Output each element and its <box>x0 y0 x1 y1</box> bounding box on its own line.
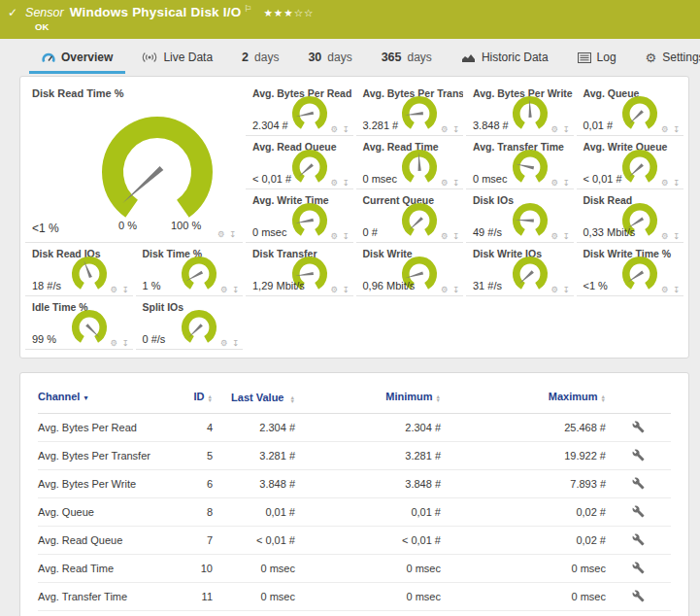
pin-icon[interactable]: ↧ <box>342 124 350 134</box>
gear-icon[interactable]: ⚙ <box>661 178 670 188</box>
pin-icon[interactable]: ↧ <box>121 285 129 294</box>
gauge-tile: Disk Read 0,33 Mbit/s ⚙ ↧ <box>577 189 684 243</box>
tab-log[interactable]: Log <box>563 39 631 76</box>
channel-maximum: 0 msec <box>441 591 606 602</box>
edit-channel-wrench-icon[interactable] <box>632 477 645 490</box>
pin-icon[interactable]: ↧ <box>232 338 240 348</box>
pin-icon[interactable]: ↧ <box>562 231 570 241</box>
pin-icon[interactable]: ↧ <box>342 285 350 294</box>
channel-last-value: 0 msec <box>213 562 295 576</box>
pin-icon[interactable]: ↧ <box>342 178 350 188</box>
gauge-value: 3.281 # <box>363 120 399 131</box>
gauge-dial <box>399 202 440 239</box>
gear-icon[interactable]: ⚙ <box>217 229 226 239</box>
gear-icon[interactable]: ⚙ <box>661 124 670 134</box>
pin-icon[interactable]: ↧ <box>673 124 681 134</box>
gauge-value: <1 % <box>583 280 608 291</box>
column-header-channel[interactable]: Channel▾ <box>38 391 179 402</box>
tab-settings[interactable]: ⚙ Settings <box>631 39 700 76</box>
gauge-value: 0 # <box>363 226 378 238</box>
column-header-last-value[interactable]: Last Value ▲▼ <box>213 391 295 405</box>
table-row: Avg. Bytes Per Read 4 2.304 # 2.304 # 25… <box>38 414 671 442</box>
gauge-tile: Avg. Read Queue < 0,01 # ⚙ ↧ <box>246 136 353 189</box>
column-header-minimum[interactable]: Minimum▲▼ <box>295 391 441 402</box>
pin-icon[interactable]: ↧ <box>229 229 237 239</box>
gear-icon[interactable]: ⚙ <box>441 285 450 294</box>
tab-overview[interactable]: Overview <box>27 39 127 76</box>
pin-icon[interactable]: ↧ <box>452 231 460 241</box>
channel-maximum: 19.922 # <box>441 450 606 462</box>
edit-channel-wrench-icon[interactable] <box>632 533 645 546</box>
gear-icon[interactable]: ⚙ <box>661 285 670 294</box>
edit-channel-wrench-icon[interactable] <box>632 421 645 433</box>
edit-channel-wrench-icon[interactable] <box>632 562 645 574</box>
gauge-value: <1 % <box>32 222 59 235</box>
tab-live-data[interactable]: Live Data <box>127 39 227 76</box>
pin-icon[interactable]: ↧ <box>562 124 570 134</box>
channel-id: 11 <box>179 591 213 602</box>
edit-channel-wrench-icon[interactable] <box>632 449 645 462</box>
pin-icon[interactable]: ↧ <box>673 231 681 241</box>
column-label: Maximum <box>549 391 598 402</box>
gear-icon[interactable]: ⚙ <box>220 338 229 348</box>
tab-label: Settings <box>662 51 700 64</box>
tab-label: days <box>254 51 279 64</box>
gear-icon[interactable]: ⚙ <box>550 124 559 134</box>
gauge-value: 3.848 # <box>473 120 509 131</box>
gauge-dial <box>619 149 660 186</box>
gauge-dial <box>69 256 110 292</box>
gauge-value: 2.304 # <box>252 120 288 131</box>
gear-icon[interactable]: ⚙ <box>330 285 339 294</box>
gear-icon[interactable]: ⚙ <box>661 231 670 241</box>
pin-icon[interactable]: ↧ <box>342 231 350 241</box>
gauge-value: 0,01 # <box>583 120 614 131</box>
edit-channel-wrench-icon[interactable] <box>632 505 645 518</box>
gear-icon[interactable]: ⚙ <box>550 231 559 241</box>
priority-stars[interactable]: ★★★☆☆ <box>263 7 314 18</box>
pin-icon[interactable]: ↧ <box>452 285 460 294</box>
channel-maximum: 7.893 # <box>441 478 606 490</box>
pin-icon[interactable]: ↧ <box>673 285 681 294</box>
gauges-panel: Disk Read Time % 0 % 100 % <1 % ⚙ ↧ Avg.… <box>19 76 689 359</box>
gear-icon[interactable]: ⚙ <box>110 338 118 348</box>
gear-icon[interactable]: ⚙ <box>441 124 450 134</box>
gear-icon[interactable]: ⚙ <box>441 231 450 241</box>
channel-minimum: 0 msec <box>295 563 441 574</box>
pin-icon[interactable]: ↧ <box>673 178 681 188</box>
gear-icon[interactable]: ⚙ <box>330 231 339 241</box>
pin-icon[interactable]: ↧ <box>452 178 460 188</box>
gear-icon[interactable]: ⚙ <box>550 178 559 188</box>
tab-historic-data[interactable]: Historic Data <box>447 39 563 76</box>
channel-name: Avg. Bytes Per Transfer <box>38 450 179 462</box>
gauge-dial <box>289 149 330 186</box>
flag-icon[interactable]: ⚐ <box>244 4 251 14</box>
pin-icon[interactable]: ↧ <box>562 178 570 188</box>
column-header-maximum[interactable]: Maximum▲▼ <box>441 391 606 402</box>
pin-icon[interactable]: ↧ <box>562 285 570 294</box>
channel-last-value: 0,01 # <box>213 505 295 520</box>
gear-icon[interactable]: ⚙ <box>550 285 559 294</box>
table-row: Avg. Bytes Per Transfer 5 3.281 # 3.281 … <box>38 442 671 470</box>
sensor-header: ✓ Sensor Windows Physical Disk I/O ⚐ ★★★… <box>0 0 700 39</box>
pin-icon[interactable]: ↧ <box>452 124 460 134</box>
tab-365-days[interactable]: 365 days <box>367 39 447 76</box>
channel-last-value: 3.848 # <box>213 477 295 492</box>
gear-icon[interactable]: ⚙ <box>330 178 339 188</box>
pin-icon[interactable]: ↧ <box>232 285 240 294</box>
tab-number: 365 <box>382 51 402 64</box>
gear-icon[interactable]: ⚙ <box>330 124 339 134</box>
column-header-id[interactable]: ID▲▼ <box>179 391 213 402</box>
gear-icon[interactable]: ⚙ <box>110 285 118 294</box>
channel-maximum: 0 msec <box>441 563 606 574</box>
channel-minimum: < 0,01 # <box>295 534 441 546</box>
tab-label: days <box>327 51 351 64</box>
gauge-value: 0 msec <box>252 226 286 238</box>
tab-30-days[interactable]: 30 days <box>293 39 366 76</box>
gauge-grid: Disk Read Time % 0 % 100 % <1 % ⚙ ↧ Avg.… <box>20 77 688 356</box>
gear-icon[interactable]: ⚙ <box>441 178 450 188</box>
gear-icon[interactable]: ⚙ <box>220 285 229 294</box>
gauge-value: 1,29 Mbit/s <box>252 280 305 291</box>
edit-channel-wrench-icon[interactable] <box>632 590 645 602</box>
tab-2-days[interactable]: 2 days <box>227 39 293 76</box>
pin-icon[interactable]: ↧ <box>121 338 129 348</box>
